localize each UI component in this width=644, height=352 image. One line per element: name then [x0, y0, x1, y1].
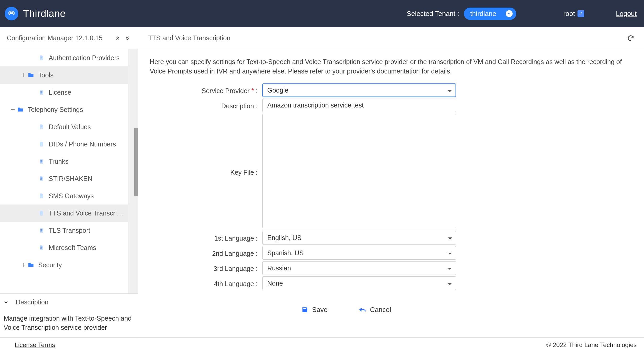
folder-icon — [27, 71, 35, 79]
brand-logo-icon — [5, 7, 18, 20]
page-icon — [38, 123, 45, 130]
tenant-label: Selected Tenant : — [407, 10, 459, 18]
main-panel: TTS and Voice Transcription Here you can… — [138, 27, 644, 337]
tenant-dropdown[interactable]: thirdlane — [464, 8, 516, 20]
nav-label: Telephony Settings — [28, 106, 83, 113]
brand-wrap: Thirdlane — [5, 7, 66, 20]
logout-link[interactable]: Logout — [616, 10, 637, 18]
nav-label: DIDs / Phone Numbers — [49, 140, 116, 148]
nav-label: Authentication Providers — [49, 54, 120, 62]
label-lang3: 3rd Language : — [150, 261, 262, 272]
label-service-provider: Service Provider * : — [150, 83, 262, 95]
cancel-button[interactable]: Cancel — [359, 306, 391, 314]
label-key-file: Key File : — [150, 114, 262, 176]
description-input[interactable] — [262, 99, 456, 112]
page-icon — [38, 244, 45, 251]
save-button[interactable]: Save — [301, 306, 327, 314]
tree-toggle-icon[interactable]: + — [19, 71, 27, 79]
nav-label: License — [49, 89, 71, 96]
settings-form: Service Provider * : Google Description … — [150, 83, 474, 314]
page-icon — [38, 158, 45, 165]
lang2-select[interactable]: Spanish, US — [262, 246, 456, 260]
user-indicator[interactable]: root — [563, 10, 585, 18]
tree-toggle-icon[interactable]: + — [19, 261, 27, 269]
nav-label: SMS Gateways — [49, 192, 94, 200]
page-icon — [38, 175, 45, 182]
nav-item[interactable]: Authentication Providers — [0, 49, 128, 66]
chevron-down-icon — [506, 10, 513, 17]
label-lang1: 1st Language : — [150, 231, 262, 242]
page-title: TTS and Voice Transcription — [148, 34, 230, 42]
page-icon — [38, 89, 45, 96]
nav-label: Microsoft Teams — [49, 244, 96, 252]
nav-item[interactable]: SMS Gateways — [0, 187, 128, 205]
sidebar-scrollbar-track[interactable] — [128, 49, 138, 293]
refresh-button[interactable] — [626, 34, 635, 43]
nav-label: Default Values — [49, 123, 91, 131]
brand-name: Thirdlane — [23, 8, 66, 19]
page-icon — [38, 227, 45, 234]
lang3-select[interactable]: Russian — [262, 261, 456, 275]
copyright: © 2022 Third Lane Technologies — [546, 341, 637, 349]
nav-folder[interactable]: +Tools — [0, 66, 128, 84]
page-icon — [38, 140, 45, 148]
tenant-selector: Selected Tenant : thirdlane — [407, 8, 516, 20]
nav-item[interactable]: License — [0, 84, 128, 101]
nav-label: TTS and Voice Transcri… — [49, 209, 123, 217]
tenant-value: thirdlane — [470, 10, 496, 18]
nav-item[interactable]: Default Values — [0, 118, 128, 135]
undo-icon — [359, 306, 366, 313]
folder-icon — [17, 106, 24, 113]
label-description: Description : — [150, 99, 262, 110]
nav-item[interactable]: DIDs / Phone Numbers — [0, 135, 128, 153]
page-header: TTS and Voice Transcription — [138, 27, 644, 49]
user-edit-icon — [578, 10, 584, 17]
nav-label: STIR/SHAKEN — [49, 175, 92, 183]
expand-all-button[interactable] — [123, 34, 131, 42]
sidebar: Configuration Manager 12.1.0.15 Authenti… — [0, 27, 138, 337]
nav-tree[interactable]: Authentication Providers+ToolsLicense−Te… — [0, 49, 138, 293]
footer: License Terms © 2022 Third Lane Technolo… — [0, 337, 644, 352]
app-header: Thirdlane Selected Tenant : thirdlane ro… — [0, 0, 644, 27]
nav-label: Trunks — [49, 158, 68, 165]
page-icon — [38, 192, 45, 200]
nav-item[interactable]: TTS and Voice Transcri… — [0, 205, 128, 222]
service-provider-select[interactable]: Google — [262, 83, 456, 97]
nav-item[interactable]: STIR/SHAKEN — [0, 170, 128, 187]
nav-item[interactable]: Trunks — [0, 153, 128, 170]
nav-label: TLS Transport — [49, 227, 90, 234]
nav-folder[interactable]: −Telephony Settings — [0, 101, 128, 118]
license-terms-link[interactable]: License Terms — [15, 341, 55, 349]
nav-item[interactable]: TLS Transport — [0, 222, 128, 239]
sidebar-title: Configuration Manager 12.1.0.15 — [7, 34, 103, 42]
page-icon — [38, 54, 45, 61]
sidebar-scrollbar-thumb[interactable] — [134, 128, 138, 196]
nav-item[interactable]: Microsoft Teams — [0, 239, 128, 256]
user-name: root — [563, 10, 575, 18]
collapse-all-button[interactable] — [114, 34, 122, 42]
tree-toggle-icon[interactable]: − — [9, 106, 17, 113]
page-intro: Here you can specify settings for Text-t… — [150, 57, 626, 76]
page-icon — [38, 209, 45, 217]
lang4-select[interactable]: None — [262, 276, 456, 290]
folder-icon — [27, 261, 35, 269]
description-body: Manage integration with Text-to-Speech a… — [0, 311, 138, 337]
nav-folder[interactable]: +Security — [0, 256, 128, 274]
description-header-label: Description — [16, 298, 48, 306]
key-file-textarea[interactable] — [262, 114, 456, 228]
nav-label: Tools — [38, 71, 53, 79]
description-toggle[interactable]: Description — [0, 293, 138, 311]
label-lang2: 2nd Language : — [150, 246, 262, 257]
lang1-select[interactable]: English, US — [262, 231, 456, 245]
nav-label: Security — [38, 261, 62, 269]
sidebar-header: Configuration Manager 12.1.0.15 — [0, 27, 138, 49]
label-lang4: 4th Language : — [150, 276, 262, 288]
save-icon — [301, 306, 308, 313]
